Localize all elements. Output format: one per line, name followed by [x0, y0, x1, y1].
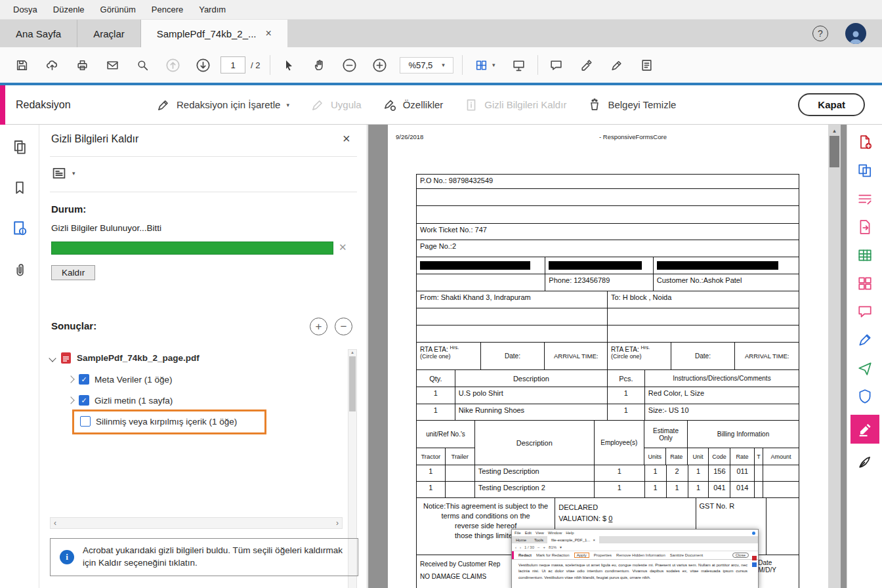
instructions-value: Size:- US 10	[645, 404, 799, 420]
pdf-page[interactable]: 9/26/2018 - ResponsiveFormsCore P.O No.:…	[388, 125, 829, 588]
comment-tool[interactable]	[854, 302, 876, 322]
units-value: 1	[645, 482, 667, 497]
organize-pages-tool[interactable]	[854, 274, 876, 293]
panel-horizontal-scrollbar[interactable]: ‹ ›	[50, 517, 343, 529]
tab-home[interactable]: Ana Sayfa	[0, 20, 77, 47]
cursor-icon	[282, 58, 295, 72]
redaction-properties-button[interactable]: Özellikler	[383, 98, 444, 112]
export-excel-tool[interactable]	[854, 245, 876, 265]
panel-close-icon[interactable]: ×	[343, 131, 350, 146]
employees-header: Employee(s)	[595, 421, 644, 465]
form-table: P.O No.: 98798432549 Work Ticket No.: 74…	[416, 174, 799, 588]
upload-cloud-button[interactable]	[37, 52, 67, 77]
scroll-mode-button[interactable]: ▾	[466, 52, 504, 77]
page-thumbnails-panel-button[interactable]	[5, 134, 34, 160]
chevron-right-icon[interactable]	[67, 375, 74, 383]
print-button[interactable]	[67, 52, 97, 77]
export-pdf-tool[interactable]	[854, 217, 876, 237]
scroll-right-icon[interactable]: ›	[336, 518, 339, 528]
redaction-properties-label: Özellikler	[403, 99, 444, 110]
rta-label: RTA ETA:	[420, 346, 448, 353]
scroll-up-icon[interactable]: ▴	[351, 350, 354, 355]
zoom-in-button[interactable]	[364, 52, 394, 77]
scroll-left-icon[interactable]: ‹	[54, 518, 56, 528]
clear-status-icon[interactable]: ✕	[339, 242, 347, 253]
panel-options-button[interactable]: ▾	[51, 165, 75, 181]
scrollbar-thumb[interactable]	[349, 356, 356, 411]
menu-dosya[interactable]: Dosya	[5, 5, 45, 14]
page-number-input[interactable]	[220, 56, 245, 74]
menu-duzenle[interactable]: Düzenle	[45, 5, 93, 14]
search-button[interactable]	[127, 52, 158, 77]
inset-sanitize-label: Sanitize Document	[670, 553, 703, 557]
tree-root-row[interactable]: SamplePdf_74kb_2_page.pdf	[50, 352, 200, 364]
apply-redactions-label: Uygula	[331, 99, 362, 110]
inset-tab-home: Home	[512, 536, 530, 543]
chevron-right-icon[interactable]	[67, 396, 74, 404]
hand-tool-button[interactable]	[304, 52, 334, 77]
inset-screenshot: File Edit View Window Help Home Tools fi…	[511, 529, 759, 588]
close-redaction-button[interactable]: Kapat	[798, 93, 865, 116]
description-value: Nike Running Shoes	[455, 404, 608, 420]
next-page-icon	[196, 58, 211, 73]
tab-tools[interactable]: Araçlar	[77, 20, 141, 47]
metadata-checkbox[interactable]: ✓	[79, 374, 89, 385]
amount-header: Amount	[763, 448, 799, 465]
redaction-toolbar: Redaksiyon Redaksiyon için İşaretle ▾ Uy…	[0, 85, 882, 125]
tree-item-hidden-text[interactable]: ✓ Gizli metin (1 sayfa)	[68, 395, 173, 406]
chevron-down-icon[interactable]	[49, 354, 56, 362]
collapse-all-button[interactable]: −	[335, 318, 352, 335]
inset-close-label: Close	[732, 553, 749, 558]
attachments-panel-button[interactable]	[5, 256, 34, 282]
mark-for-redaction-button[interactable]: Redaksiyon için İşaretle ▾	[156, 98, 289, 112]
zoom-out-icon	[342, 58, 357, 73]
send-for-signature-tool[interactable]	[854, 358, 876, 378]
expand-all-button[interactable]: +	[310, 318, 327, 335]
avatar[interactable]	[845, 23, 866, 44]
hidden-text-checkbox[interactable]: ✓	[79, 395, 89, 406]
scroll-up-icon[interactable]: ▴	[833, 127, 836, 134]
zoom-select[interactable]: %57,5 ▾	[400, 57, 453, 74]
remove-hidden-info-button[interactable]: Gizli Bilgileri Kaldır	[464, 98, 566, 112]
inset-toolbar: ‹ › 1 / 30 − + 81% ▾	[512, 543, 758, 551]
menu-pencere[interactable]: Pencere	[144, 5, 191, 14]
work-ticket-cell: Work Ticket No.: 747	[417, 224, 799, 240]
redaction-bar	[657, 261, 778, 270]
email-button[interactable]	[97, 52, 127, 77]
status-text: Gizli Bilgiler Bulunuyor...Bitti	[51, 223, 161, 233]
apply-redactions-button[interactable]: Uygula	[310, 98, 362, 112]
menu-yardim[interactable]: Yardım	[191, 5, 234, 14]
tree-item-metadata[interactable]: ✓ Meta Veriler (1 öğe)	[68, 374, 173, 385]
pcs-header: Pcs.	[608, 370, 645, 387]
highlight-tool-button[interactable]	[572, 52, 602, 77]
certificates-tool[interactable]	[854, 452, 876, 472]
sanitize-document-button[interactable]: Belgeyi Temizle	[587, 98, 676, 112]
sign-tool-button[interactable]	[602, 52, 632, 77]
description-value: Testing Description	[475, 465, 595, 481]
zoom-out-button[interactable]	[334, 52, 364, 77]
edit-pdf-tool[interactable]	[854, 189, 876, 209]
page-thumbnails-icon	[12, 139, 28, 155]
redact-tool-active[interactable]	[850, 415, 879, 444]
document-area: 9/26/2018 - ResponsiveFormsCore P.O No.:…	[368, 125, 847, 588]
document-vertical-scrollbar[interactable]: ▴	[828, 125, 841, 588]
tab-document[interactable]: SamplePdf_74kb_2_... ×	[141, 20, 287, 47]
hidden-information-panel-button[interactable]	[5, 215, 34, 242]
protect-tool[interactable]	[854, 387, 876, 406]
display-mode-button[interactable]	[504, 52, 534, 77]
previous-page-button[interactable]	[158, 52, 188, 77]
next-page-button[interactable]	[188, 52, 218, 77]
comment-tool-button[interactable]	[541, 52, 572, 77]
create-pdf-tool[interactable]	[854, 133, 876, 152]
help-icon[interactable]: ?	[812, 26, 828, 41]
combine-files-tool[interactable]	[854, 161, 876, 180]
menu-gorunum[interactable]: Görünüm	[93, 5, 144, 14]
scrollbar-thumb[interactable]	[830, 136, 839, 167]
bookmarks-panel-button[interactable]	[5, 175, 34, 201]
more-tools-button[interactable]	[632, 52, 662, 77]
tab-close-icon[interactable]: ×	[266, 28, 272, 39]
select-tool-button[interactable]	[274, 52, 304, 77]
fill-sign-tool[interactable]	[854, 330, 876, 350]
remove-button[interactable]: Kaldır	[51, 265, 95, 280]
save-button[interactable]	[7, 52, 37, 77]
